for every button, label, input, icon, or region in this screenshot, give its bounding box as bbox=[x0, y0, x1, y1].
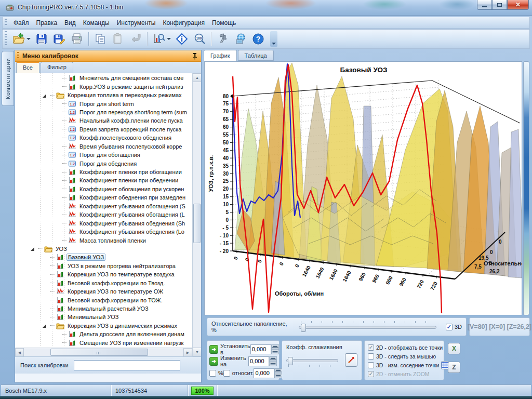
tree-item[interactable]: 1.2Коэфф.послепускового обеднения bbox=[16, 134, 191, 142]
slider-thumb[interactable] bbox=[288, 357, 293, 365]
maximize-button[interactable] bbox=[492, 0, 507, 10]
tree-item[interactable]: Масса топливной пленки bbox=[16, 236, 191, 244]
tree-expander-icon[interactable] bbox=[42, 93, 47, 98]
apply-smoothing-button[interactable] bbox=[345, 353, 357, 367]
menu-item-3[interactable]: Команды bbox=[79, 18, 113, 28]
tree-item[interactable]: Минимальный УОЗ bbox=[16, 313, 191, 321]
scroll-left-button[interactable]: ◀ bbox=[15, 348, 24, 356]
scroll-right-button[interactable]: ▶ bbox=[183, 348, 192, 356]
checkbox-3d[interactable]: ✓ bbox=[446, 324, 453, 330]
menu-item-6[interactable]: Помощь bbox=[208, 18, 240, 28]
tree-item[interactable]: УОЗ bbox=[16, 245, 191, 253]
chart-tab-1[interactable]: Таблица bbox=[238, 50, 274, 61]
help-button[interactable]: ? bbox=[249, 31, 267, 47]
dropdown-arrow-icon[interactable] bbox=[167, 38, 171, 40]
tree-item[interactable]: Смещение УОЗ при изменении нагрузк bbox=[16, 339, 191, 347]
tree-item[interactable]: Весовой коэфф.коррекции по Твозд. bbox=[16, 279, 191, 287]
tree-horizontal-scrollbar[interactable]: ◀ ▶ bbox=[15, 348, 192, 356]
tree-item[interactable]: Коррекция топлива в переходных режимах bbox=[16, 91, 191, 99]
tree-item[interactable]: Начальный коэфф.пленки после пуска bbox=[16, 116, 191, 125]
toolbar-overflow-button[interactable] bbox=[270, 31, 277, 47]
tree-item[interactable]: Время убывания послепусковой корре bbox=[16, 142, 191, 151]
surface-chart[interactable]: 80757065605550454035302520151050- 5- 10-… bbox=[205, 62, 522, 315]
apply-change-button[interactable]: ➜ bbox=[209, 357, 218, 366]
scroll-thumb[interactable] bbox=[50, 349, 148, 356]
internet-button[interactable] bbox=[232, 31, 249, 47]
change-value-input[interactable] bbox=[248, 356, 269, 366]
comments-side-tab[interactable]: Комментарии bbox=[2, 51, 14, 106]
view-angle-slider[interactable] bbox=[523, 61, 529, 315]
copy-button[interactable] bbox=[91, 31, 109, 47]
scroll-thumb[interactable] bbox=[193, 204, 201, 243]
spin-down-button[interactable] bbox=[271, 349, 279, 354]
tree-item[interactable]: Минимальный расчетный УОЗ bbox=[16, 304, 191, 313]
tree-item[interactable]: Коэффициент обеднения при замедлен bbox=[16, 193, 191, 202]
spin-down-button[interactable] bbox=[269, 361, 277, 366]
tree-item[interactable]: 1.2Порог для обогащения bbox=[16, 151, 191, 159]
tree-item[interactable]: 1.2Время запрета коррекций после пуска bbox=[16, 125, 191, 134]
spin-up-button[interactable] bbox=[269, 356, 277, 362]
menu-item-1[interactable]: Правка bbox=[33, 18, 61, 28]
option-checkbox-2[interactable]: ✓ bbox=[368, 362, 374, 368]
menu-item-2[interactable]: Вид bbox=[61, 18, 79, 28]
tree-item[interactable]: Дельта дросселя для включения динам bbox=[16, 330, 191, 338]
tree-item-selected[interactable]: Базовый УОЗ bbox=[16, 253, 191, 261]
save-as-button[interactable] bbox=[50, 31, 68, 47]
minimize-button[interactable] bbox=[477, 0, 492, 10]
tree-item[interactable]: 1.2Порог для перехода short/long term (s… bbox=[16, 108, 191, 116]
save-button[interactable] bbox=[33, 31, 50, 47]
tree-item[interactable]: Коэффициент убывания обеднения (Lo bbox=[16, 228, 191, 236]
info-button[interactable] bbox=[173, 31, 191, 47]
slider-track[interactable] bbox=[299, 326, 436, 329]
tree-item[interactable]: Коэффициент убывания обогащения (L bbox=[16, 210, 191, 219]
relative-value-input[interactable] bbox=[254, 368, 274, 378]
scroll-down-button[interactable]: ▼ bbox=[193, 348, 201, 356]
zoom-100-button[interactable]: 100 bbox=[191, 31, 208, 47]
scroll-up-button[interactable]: ▲ bbox=[193, 73, 201, 82]
tree-item[interactable]: 1.2Порог для short term bbox=[16, 99, 191, 108]
tree-item[interactable]: Весовой коэфф.коррекции по ТОЖ. bbox=[16, 296, 191, 304]
tree-item[interactable]: УОЗ в режиме прогрева нейтрализатора bbox=[16, 262, 191, 270]
chart-area[interactable]: 80757065605550454035302520151050- 5- 10-… bbox=[204, 61, 522, 315]
spin-up-button[interactable] bbox=[271, 344, 279, 350]
calibration-tab-0[interactable]: Все bbox=[16, 62, 39, 73]
option-checkbox-1[interactable]: ✓ bbox=[368, 353, 374, 360]
slider-track[interactable] bbox=[286, 359, 338, 362]
apply-set-button[interactable]: ➜ bbox=[209, 345, 218, 354]
search-input[interactable] bbox=[74, 360, 180, 370]
open-file-button[interactable] bbox=[10, 31, 33, 47]
menu-item-0[interactable]: Файл bbox=[10, 18, 33, 28]
z-axis-button[interactable]: Z bbox=[448, 362, 460, 373]
checkbox-relative[interactable]: ✓ bbox=[223, 370, 230, 377]
tree-item[interactable]: Коэффициент убывания обеднения (Sh bbox=[16, 219, 191, 227]
set-value-input[interactable] bbox=[250, 344, 271, 354]
tree-item[interactable]: Множитель для смещения состава сме bbox=[16, 74, 191, 82]
tree-item[interactable]: 1.2Порог для обеднения bbox=[16, 159, 191, 167]
menu-item-4[interactable]: Инструменты bbox=[113, 18, 159, 28]
menu-item-5[interactable]: Конфигурация bbox=[159, 18, 208, 28]
tree-expander-icon[interactable] bbox=[30, 246, 35, 251]
x-axis-button[interactable]: X bbox=[448, 343, 460, 354]
tree-item[interactable]: Коэффициент обогащения при ускорен bbox=[16, 185, 191, 193]
pin-icon[interactable] bbox=[192, 52, 198, 60]
tools-button[interactable] bbox=[214, 31, 232, 47]
tree-vertical-scrollbar[interactable]: ▲ ▼ bbox=[192, 73, 201, 356]
tree-item[interactable]: Коррекция УОЗ в динамических режимах bbox=[16, 322, 191, 330]
checkbox-percent[interactable]: ✓ bbox=[209, 370, 216, 377]
tree-item[interactable]: Коэффициент пленки при обогащении bbox=[16, 168, 191, 176]
dropdown-arrow-icon[interactable] bbox=[26, 38, 31, 40]
chart-view-button[interactable] bbox=[150, 31, 173, 47]
tree-item[interactable]: Корр.УОЗ в режиме защиты нейтрализ bbox=[16, 82, 191, 90]
tree-item[interactable]: Коэффициент пленки при обеднении bbox=[16, 176, 191, 184]
tree-item[interactable]: Коэффициент убывания обогащения (S bbox=[16, 202, 191, 210]
close-button[interactable]: ✕ bbox=[507, 0, 529, 10]
calibration-tab-1[interactable]: Фильтр bbox=[41, 62, 73, 73]
smoothing-slider[interactable] bbox=[286, 354, 338, 366]
chart-tab-0[interactable]: График bbox=[204, 50, 237, 61]
tree-expander-icon[interactable] bbox=[42, 323, 47, 328]
tree-item[interactable]: Коррекция УОЗ по температуре воздуха bbox=[16, 270, 191, 278]
tree-item[interactable]: Коррекция УОЗ по температуре ОЖ bbox=[16, 287, 191, 296]
print-button[interactable] bbox=[68, 31, 86, 47]
slider-thumb[interactable] bbox=[301, 324, 306, 332]
fill-slider[interactable] bbox=[299, 321, 436, 332]
